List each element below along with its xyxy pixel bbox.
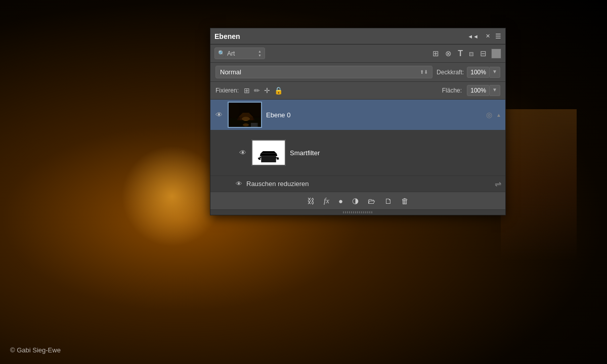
layer-name-ebene0: Ebene 0 xyxy=(266,111,482,119)
delete-icon[interactable]: 🗑 xyxy=(399,196,411,206)
opacity-input-group: 100% ▼ xyxy=(467,67,500,78)
fill-label: Fläche: xyxy=(442,87,462,94)
watermark: © Gabi Sieg-Ewe xyxy=(10,346,61,354)
spinner-arrows: ▲ ▼ xyxy=(258,50,262,57)
panel-menu-button[interactable]: ☰ xyxy=(495,32,501,40)
lock-transparent-icon[interactable]: ⊞ xyxy=(244,86,250,95)
shape-filter-icon[interactable]: ⧈ xyxy=(467,48,475,59)
layer-thumbnail-smartfilter xyxy=(251,140,286,166)
layer-row-ebene0[interactable]: 👁 xyxy=(210,100,505,130)
new-layer-icon[interactable]: 🗋 xyxy=(382,196,394,206)
layer-visibility-ebene0[interactable]: 👁 xyxy=(214,111,224,119)
blend-mode-label: Normal xyxy=(220,68,241,76)
layer-visibility-smartfilter[interactable]: 👁 xyxy=(238,149,247,157)
new-fill-icon[interactable]: ● xyxy=(336,196,345,206)
filter-type-dropdown[interactable]: 🔍 Art ▲ ▼ xyxy=(214,48,265,59)
fx-icon[interactable]: fx xyxy=(322,196,331,206)
opacity-value[interactable]: 100% xyxy=(467,67,490,78)
layer-visibility-indicator-ebene0: ◎ xyxy=(486,111,492,119)
collapse-button[interactable]: ◄◄ xyxy=(465,32,481,40)
color-swatch[interactable] xyxy=(491,49,501,59)
svg-rect-18 xyxy=(258,159,261,160)
layer-toolbar: 🔍 Art ▲ ▼ ⊞ ⊗ T ⧈ ⊟ xyxy=(210,44,505,63)
lock-all-icon[interactable]: 🔒 xyxy=(274,86,283,95)
search-icon: 🔍 xyxy=(218,50,225,57)
drag-dots-inner xyxy=(343,211,373,213)
filter-settings-icon[interactable]: ⇌ xyxy=(495,179,501,189)
adjustment-icon[interactable]: ◑ xyxy=(350,195,361,206)
filter-visibility-icon[interactable]: 👁 xyxy=(236,180,242,188)
lock-position-icon[interactable]: ✛ xyxy=(264,86,270,95)
bottom-toolbar: ⛓ fx ● ◑ 🗁 🗋 🗑 xyxy=(210,192,505,209)
svg-rect-17 xyxy=(258,158,261,159)
group-icon[interactable]: 🗁 xyxy=(366,196,377,206)
svg-rect-10 xyxy=(251,123,257,127)
fill-dropdown-button[interactable]: ▼ xyxy=(490,85,500,96)
image-filter-icon[interactable]: ⊞ xyxy=(431,48,441,59)
layers-panel: Ebenen ◄◄ ✕ ☰ 🔍 Art ▲ ▼ ⊞ ⊗ T ⧈ ⊟ Normal… xyxy=(210,28,506,215)
opacity-label: Deckkraft: xyxy=(437,69,464,76)
fill-input-group: 100% ▼ xyxy=(467,85,500,96)
text-filter-icon[interactable]: T xyxy=(456,48,464,59)
thumb-night-svg xyxy=(229,103,262,128)
filter-name: Rauschen reduzieren xyxy=(246,180,491,188)
svg-rect-20 xyxy=(277,158,279,159)
svg-marker-13 xyxy=(260,154,277,156)
svg-marker-14 xyxy=(261,151,277,154)
close-button[interactable]: ✕ xyxy=(484,32,492,40)
layer-list: 👁 xyxy=(210,100,505,192)
svg-rect-15 xyxy=(261,156,276,162)
svg-point-8 xyxy=(243,123,249,126)
panel-title-bar: Ebenen ◄◄ ✕ ☰ xyxy=(210,28,505,44)
lock-row: Fixieren: ⊞ ✏ ✛ 🔒 Fläche: 100% ▼ xyxy=(210,82,505,100)
fill-value[interactable]: 100% xyxy=(467,85,490,96)
lock-pixels-icon[interactable]: ✏ xyxy=(254,86,260,95)
blend-mode-row: Normal ⬆⬇ Deckkraft: 100% ▼ xyxy=(210,63,505,82)
blend-mode-dropdown[interactable]: Normal ⬆⬇ xyxy=(215,66,432,78)
filter-type-label: Art xyxy=(227,50,256,57)
lock-icons: ⊞ ✏ ✛ 🔒 xyxy=(244,86,283,95)
filter-row-rauschen: 👁 Rauschen reduzieren ⇌ xyxy=(210,175,505,192)
title-bar-right: ◄◄ ✕ ☰ xyxy=(465,32,501,40)
layer-scroll-up[interactable]: ▲ xyxy=(496,112,501,118)
adjustment-filter-icon[interactable]: ⊗ xyxy=(444,48,453,59)
opacity-group: Deckkraft: 100% ▼ xyxy=(437,67,500,78)
smart-filter-icon[interactable]: ⊟ xyxy=(479,48,488,59)
thumb-smart-svg xyxy=(252,141,285,165)
svg-rect-7 xyxy=(240,117,253,120)
panel-title: Ebenen xyxy=(214,32,240,40)
opacity-dropdown-button[interactable]: ▼ xyxy=(490,67,500,78)
svg-rect-16 xyxy=(259,157,261,158)
title-bar-left: Ebenen xyxy=(214,32,240,40)
blend-dropdown-arrow: ⬆⬇ xyxy=(420,69,428,75)
layer-row-smartfilter[interactable]: 👁 Smartfi xyxy=(210,130,505,175)
drag-handle[interactable] xyxy=(210,209,505,215)
svg-rect-19 xyxy=(276,157,279,158)
layer-name-smartfilter: Smartfilter xyxy=(290,149,501,157)
lock-label: Fixieren: xyxy=(215,87,239,94)
layer-thumbnail-ebene0 xyxy=(228,102,262,128)
link-icon[interactable]: ⛓ xyxy=(305,196,317,206)
